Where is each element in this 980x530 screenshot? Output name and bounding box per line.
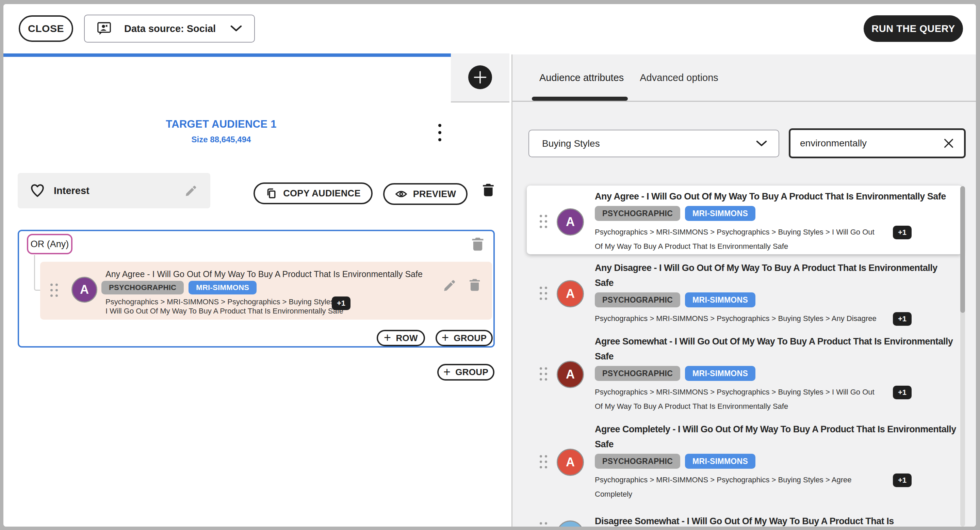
segment-card-interest[interactable]: Interest — [18, 173, 210, 208]
result-content: Agree Somewhat - I Will Go Out Of My Way… — [595, 334, 962, 414]
preview-label: PREVIEW — [413, 189, 456, 199]
condition-group: OR (Any) A Any Agree - I Will Go Out Of … — [18, 230, 495, 347]
condition-path: Psychographics > MRI-SIMMONS > Psychogra… — [105, 297, 343, 315]
preview-button[interactable]: PREVIEW — [383, 183, 468, 205]
audience-panel: TARGET AUDIENCE 1 Size 88,645,494 Intere… — [3, 57, 511, 527]
avatar: A — [557, 520, 584, 527]
app-window: CLOSE Data source: Social RUN THE QU — [3, 4, 976, 527]
delete-group-button[interactable] — [469, 236, 486, 252]
tabs-divider — [512, 101, 976, 102]
list-item[interactable]: A Disagree Somewhat - I Will Go Out Of M… — [527, 509, 962, 527]
result-tags: PSYCHOGRAPHIC MRI-SIMMONS — [595, 366, 962, 381]
kebab-menu-icon[interactable] — [433, 119, 447, 145]
tab-bar: Audience attributes Advanced options — [539, 72, 718, 83]
copy-audience-label: COPY AUDIENCE — [283, 188, 360, 199]
add-top-level-group-button[interactable]: + GROUP — [437, 364, 495, 380]
pencil-icon[interactable] — [443, 278, 457, 293]
add-row-button[interactable]: + ROW — [377, 330, 425, 346]
drag-handle-icon[interactable] — [540, 286, 547, 300]
close-x-icon[interactable] — [942, 136, 956, 150]
heart-icon — [29, 183, 46, 199]
drag-handle-icon[interactable] — [540, 215, 547, 228]
scrollbar-thumb[interactable] — [960, 186, 965, 313]
chevron-down-icon — [756, 140, 767, 147]
tab-audience-attributes[interactable]: Audience attributes — [539, 72, 624, 83]
audience-builder-window: CLOSE Data source: Social RUN THE QU — [0, 0, 980, 530]
active-tab-indicator — [532, 97, 628, 101]
tag-mri-simmons: MRI-SIMMONS — [685, 293, 756, 307]
tag-psychographic: PSYCHOGRAPHIC — [595, 366, 680, 381]
segment-label: Interest — [54, 185, 89, 196]
add-audience-notch — [451, 53, 509, 102]
list-item[interactable]: A Any Agree - I Will Go Out Of My Way To… — [527, 186, 962, 254]
audience-size: Size 88,645,494 — [119, 135, 323, 144]
condition-tags: PSYCHOGRAPHIC MRI-SIMMONS — [102, 281, 256, 294]
result-path-row: Psychographics > MRI-SIMMONS > Psychogra… — [595, 385, 962, 414]
drag-handle-icon[interactable] — [540, 455, 547, 468]
condition-title: Any Agree - I Will Go Out Of My Way To B… — [105, 269, 449, 279]
list-item[interactable]: A Any Disagree - I Will Go Out Of My Way… — [527, 260, 962, 326]
result-title: Disagree Somewhat - I Will Go Out Of My … — [595, 514, 956, 527]
result-title: Agree Somewhat - I Will Go Out Of My Way… — [595, 334, 956, 364]
tag-mri-simmons: MRI-SIMMONS — [685, 366, 756, 381]
tab-advanced-options[interactable]: Advanced options — [640, 72, 718, 83]
add-group-label: GROUP — [453, 333, 487, 344]
avatar: A — [557, 208, 584, 236]
delete-audience-button[interactable] — [480, 182, 496, 198]
delete-row-button[interactable] — [467, 277, 482, 293]
condition-path-line1: Psychographics > MRI-SIMMONS > Psychogra… — [105, 297, 343, 306]
tag-mri-simmons: MRI-SIMMONS — [189, 281, 256, 294]
result-path: Psychographics > MRI-SIMMONS > Psychogra… — [595, 312, 884, 326]
tag-psychographic: PSYCHOGRAPHIC — [595, 293, 680, 307]
add-audience-button[interactable] — [468, 65, 492, 89]
list-item[interactable]: A Agree Somewhat - I Will Go Out Of My W… — [527, 334, 962, 414]
more-count-badge: +1 — [893, 226, 912, 239]
tag-psychographic: PSYCHOGRAPHIC — [595, 454, 680, 469]
result-title: Any Disagree - I Will Go Out Of My Way T… — [595, 260, 956, 290]
copy-icon — [266, 187, 278, 199]
audience-title: TARGET AUDIENCE 1 — [119, 118, 323, 131]
top-bar: CLOSE Data source: Social RUN THE QU — [3, 4, 976, 54]
group-operator-chip[interactable]: OR (Any) — [27, 234, 73, 254]
result-path-row: Psychographics > MRI-SIMMONS > Psychogra… — [595, 312, 962, 326]
result-title: Any Agree - I Will Go Out Of My Way To B… — [595, 189, 956, 204]
tag-psychographic: PSYCHOGRAPHIC — [595, 206, 680, 221]
tag-mri-simmons: MRI-SIMMONS — [685, 454, 756, 469]
more-count-badge: +1 — [893, 312, 912, 326]
condition-row[interactable]: A Any Agree - I Will Go Out Of My Way To… — [40, 262, 492, 320]
drag-handle-icon[interactable] — [540, 522, 547, 527]
person-chat-icon — [96, 21, 112, 37]
add-group-button[interactable]: + GROUP — [436, 330, 493, 346]
tag-psychographic: PSYCHOGRAPHIC — [102, 281, 184, 294]
more-count-badge: +1 — [893, 473, 912, 487]
drag-handle-icon[interactable] — [50, 283, 58, 297]
list-item[interactable]: A Agree Completely - I Will Go Out Of My… — [527, 422, 962, 501]
result-path-row: Psychographics > MRI-SIMMONS > Psychogra… — [595, 473, 962, 501]
progress-bar — [3, 53, 451, 57]
run-query-button[interactable]: RUN THE QUERY — [864, 15, 963, 42]
result-path: Psychographics > MRI-SIMMONS > Psychogra… — [595, 385, 884, 414]
avatar: A — [557, 361, 584, 388]
result-tags: PSYCHOGRAPHIC MRI-SIMMONS — [595, 454, 962, 469]
add-row-label: ROW — [396, 333, 417, 344]
eye-icon — [395, 188, 408, 201]
copy-audience-button[interactable]: COPY AUDIENCE — [253, 183, 372, 204]
data-source-label: Data source: Social — [124, 23, 216, 34]
result-tags: PSYCHOGRAPHIC MRI-SIMMONS — [595, 293, 962, 307]
chevron-down-icon — [231, 25, 242, 32]
search-input[interactable] — [799, 137, 942, 149]
avatar: A — [72, 277, 97, 302]
close-button[interactable]: CLOSE — [19, 15, 73, 42]
pencil-icon[interactable] — [185, 184, 198, 197]
more-count-badge: +1 — [893, 386, 912, 399]
result-content: Any Agree - I Will Go Out Of My Way To B… — [595, 189, 962, 254]
data-source-select[interactable]: Data source: Social — [84, 14, 255, 43]
result-path: Psychographics > MRI-SIMMONS > Psychogra… — [595, 225, 884, 254]
attributes-panel: Audience attributes Advanced options Buy… — [512, 54, 976, 527]
tag-mri-simmons: MRI-SIMMONS — [685, 206, 756, 221]
drag-handle-icon[interactable] — [540, 367, 547, 380]
result-path: Psychographics > MRI-SIMMONS > Psychogra… — [595, 473, 884, 501]
category-select[interactable]: Buying Styles — [528, 130, 779, 157]
category-select-value: Buying Styles — [542, 138, 600, 149]
condition-path-line2: I Will Go Out Of My Way To Buy A Product… — [105, 306, 343, 315]
